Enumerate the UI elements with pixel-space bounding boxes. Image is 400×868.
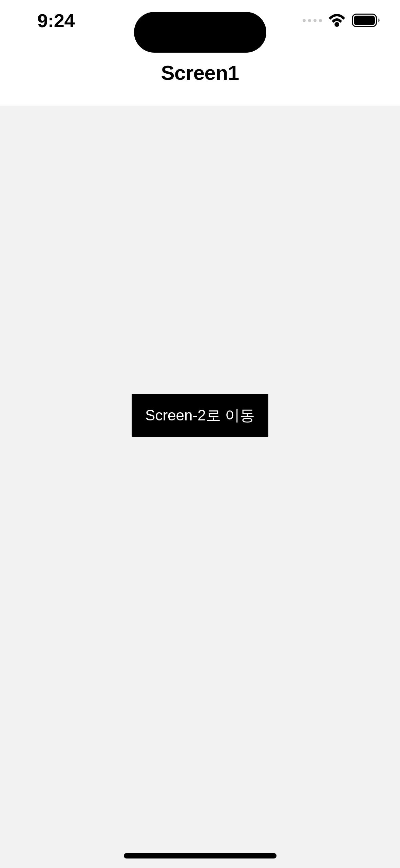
- navigate-to-screen2-button[interactable]: Screen-2로 이동: [132, 394, 268, 437]
- battery-icon: [352, 14, 380, 27]
- dynamic-island: [134, 12, 266, 53]
- home-indicator[interactable]: [124, 853, 277, 858]
- wifi-icon: [328, 14, 346, 27]
- svg-rect-1: [354, 16, 375, 25]
- page-title: Screen1: [161, 61, 239, 85]
- cellular-signal-icon: [303, 19, 322, 22]
- status-time: 9:24: [17, 10, 75, 32]
- status-right: [303, 14, 383, 27]
- content-area: Screen-2로 이동: [0, 106, 400, 868]
